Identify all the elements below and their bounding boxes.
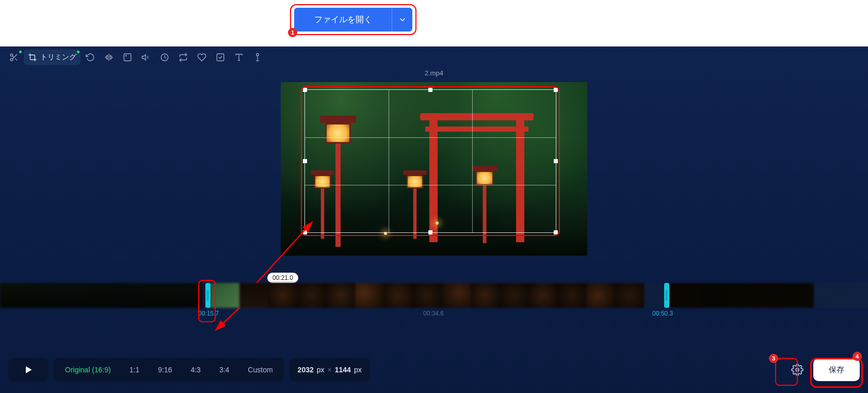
top-bar: ファイルを開く 1: [0, 0, 868, 46]
video-preview[interactable]: [281, 82, 587, 256]
unit-label: px: [317, 366, 325, 374]
timeline-mid-time: 00:34.6: [423, 310, 444, 317]
resize-icon: [123, 53, 132, 62]
ratio-9-16-button[interactable]: 9:16: [149, 358, 181, 382]
volume-icon: [141, 53, 151, 62]
undo-icon: [86, 53, 95, 62]
svg-rect-7: [124, 54, 131, 61]
svg-point-0: [10, 54, 13, 56]
svg-marker-9: [142, 55, 146, 60]
trim-start-handle[interactable]: [205, 283, 211, 308]
dimensions-display[interactable]: 2032 px × 1144 px: [290, 358, 370, 382]
playhead-time-label: 00:21.0: [267, 273, 298, 283]
crop-handle[interactable]: [554, 88, 558, 92]
stabilize-button[interactable]: [193, 50, 211, 65]
scissors-icon: [9, 53, 19, 62]
crop-handle[interactable]: [428, 88, 432, 92]
ratio-original-button[interactable]: Original (16:9): [56, 358, 120, 382]
svg-line-4: [12, 56, 14, 57]
ratio-1-1-button[interactable]: 1:1: [120, 358, 149, 382]
flip-icon: [104, 53, 114, 62]
preview-container: [0, 82, 868, 256]
chevron-down-icon: [398, 15, 407, 24]
svg-line-3: [15, 58, 17, 60]
open-file-outline: ファイルを開く: [290, 4, 416, 35]
toolbar: トリミング: [0, 46, 868, 68]
annotation-badge-1: 1: [288, 28, 297, 37]
trim-end-time: 00:50.3: [652, 310, 673, 317]
annotation-badge-3: 3: [769, 354, 778, 363]
effects-button[interactable]: [249, 50, 266, 65]
crop-handle[interactable]: [303, 88, 307, 92]
editor-area: トリミング 2.m: [0, 46, 868, 393]
svg-point-14: [256, 54, 259, 56]
crop-handle[interactable]: [303, 159, 307, 163]
crop-frame[interactable]: [304, 89, 556, 233]
overlay-button[interactable]: [212, 50, 229, 65]
svg-marker-20: [26, 366, 32, 373]
open-file-button[interactable]: ファイルを開く: [294, 8, 392, 32]
crop-handle[interactable]: [554, 230, 558, 234]
svg-point-1: [10, 58, 13, 61]
annotation-badge-4: 4: [853, 352, 862, 361]
file-name-label: 2.mp4: [0, 69, 868, 77]
trim-start-time: 00:15.7: [198, 310, 219, 317]
resize-button[interactable]: [119, 50, 136, 65]
timeline-track[interactable]: [0, 283, 868, 308]
svg-point-21: [796, 368, 799, 371]
svg-marker-6: [110, 55, 112, 59]
speed-button[interactable]: [156, 50, 173, 65]
crop-handle[interactable]: [428, 230, 432, 234]
dimension-separator: ×: [328, 366, 332, 374]
status-dot-icon: [19, 51, 22, 53]
undo-button[interactable]: [82, 50, 99, 65]
svg-marker-5: [105, 55, 107, 59]
open-file-dropdown[interactable]: [392, 8, 412, 32]
play-icon: [23, 365, 34, 375]
bottom-bar: Original (16:9) 1:1 9:16 4:3 3:4 Custom …: [0, 357, 868, 383]
volume-button[interactable]: [137, 50, 155, 65]
crop-handle[interactable]: [303, 230, 307, 234]
save-button[interactable]: 保存: [813, 358, 860, 381]
flip-button[interactable]: [100, 50, 118, 65]
settings-button[interactable]: [786, 359, 808, 381]
loop-button[interactable]: [174, 50, 192, 65]
crop-tool-button[interactable]: トリミング: [24, 50, 81, 65]
stabilize-icon: [197, 53, 206, 62]
unit-label: px: [354, 366, 362, 374]
speed-icon: [160, 53, 169, 62]
crop-handle[interactable]: [554, 159, 558, 163]
ratio-3-4-button[interactable]: 3:4: [210, 358, 238, 382]
text-icon: [234, 53, 244, 62]
svg-rect-11: [217, 54, 224, 61]
trim-end-handle[interactable]: [664, 283, 669, 308]
overlay-icon: [216, 53, 225, 62]
svg-point-8: [125, 55, 126, 56]
ratio-4-3-button[interactable]: 4:3: [181, 358, 210, 382]
width-value: 2032: [298, 366, 314, 374]
text-button[interactable]: [230, 50, 248, 65]
aspect-ratio-group: Original (16:9) 1:1 9:16 4:3 3:4 Custom: [54, 358, 284, 382]
play-button[interactable]: [8, 358, 49, 382]
status-dot-icon: [77, 51, 79, 53]
crop-icon: [28, 53, 37, 62]
height-value: 1144: [335, 366, 351, 374]
loop-icon: [179, 53, 188, 62]
effects-icon: [253, 53, 262, 62]
cut-tool-button[interactable]: [5, 50, 23, 65]
ratio-custom-button[interactable]: Custom: [238, 358, 282, 382]
gear-icon: [791, 364, 803, 376]
crop-tool-label: トリミング: [40, 53, 76, 62]
